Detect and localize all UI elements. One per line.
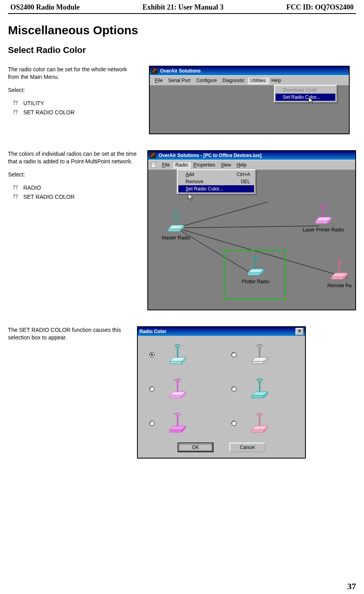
section-title: Select Radio Color [8, 45, 356, 55]
bullet-mark: ?? [13, 184, 18, 192]
color-radio-6[interactable] [231, 421, 237, 426]
menubar[interactable]: File Serial Port Configure Diagnostic Ut… [150, 75, 349, 86]
color-options-grid [147, 342, 296, 435]
radio-color-dialog: Radio Color ✕ [137, 326, 306, 459]
dialog-title: Radio Color [139, 329, 166, 334]
menu-item-remove[interactable]: RemoveDEL [178, 178, 254, 185]
window-titlebar[interactable]: OverAir Solutions [150, 67, 349, 75]
menu-file-2[interactable]: File [159, 161, 172, 169]
radio-icon [244, 254, 268, 278]
close-button[interactable]: ✕ [296, 328, 303, 335]
utilities-dropdown[interactable]: Download Code Set Radio Color... [274, 85, 337, 102]
menu-file[interactable]: File [152, 77, 165, 84]
bullet-mark: ?? [13, 193, 18, 201]
menu-serial-port[interactable]: Serial Port [165, 77, 193, 84]
menu-configure[interactable]: Configure [193, 77, 219, 84]
color-option-6[interactable] [229, 411, 296, 435]
window-title-2: OverAir Solutions - [PC to Office Device… [159, 153, 262, 158]
menu-item-set-radio-color-label: Set Radio Color... [283, 94, 320, 100]
color-option-2[interactable] [229, 342, 296, 366]
header-left: OS2400 Radio Module [10, 3, 80, 12]
window-titlebar-2[interactable]: OverAir Solutions - [PC to Office Device… [148, 151, 355, 160]
section-2-text: The colors of individual radios can be s… [8, 150, 138, 310]
svg-marker-33 [170, 396, 182, 398]
bullet-utility: ?? UTILITY [13, 100, 139, 107]
menu-item-set-radio-color[interactable]: Set Radio Color... [276, 94, 335, 101]
page-number: 37 [347, 581, 356, 592]
color-option-1[interactable] [147, 342, 213, 366]
color-option-4[interactable] [229, 376, 296, 400]
header-rule [8, 13, 356, 14]
node-laser-printer-radio[interactable]: Laser Printer Radio [296, 202, 351, 233]
menu-item-add[interactable]: AddCtrl+A [178, 171, 254, 178]
section-3-text: The SET RADIO COLOR function causes this… [8, 326, 127, 459]
color-radio-5[interactable] [149, 421, 155, 426]
screenshot-2: OverAir Solutions - [PC to Office Device… [147, 150, 356, 310]
radio-icon [164, 376, 192, 400]
node-laser-label: Laser Printer Radio [296, 227, 351, 233]
node-plotter-radio[interactable]: Plotter Radio [232, 254, 280, 284]
bullet-radio: ?? RADIO [13, 184, 138, 192]
menubar-2[interactable]: File Radio Properties View Help [148, 160, 355, 170]
color-radio-4[interactable] [231, 386, 237, 392]
color-option-5[interactable] [147, 411, 213, 435]
bullet-radio-text: RADIO [23, 184, 41, 192]
screenshot-3: Radio Color ✕ [137, 326, 356, 459]
window-title: OverAir Solutions [160, 68, 201, 74]
svg-marker-13 [315, 221, 327, 223]
radio-dropdown[interactable]: AddCtrl+A RemoveDEL Set Radio Color... [177, 169, 256, 194]
radio-icon [246, 342, 274, 366]
bullet-set-radio-color-2-text: SET RADIO COLOR [23, 193, 74, 201]
shortcut-remove: DEL [241, 179, 250, 184]
dialog-titlebar[interactable]: Radio Color ✕ [138, 327, 305, 336]
section-1-text: The radio color can be set for the whole… [8, 66, 139, 134]
bullet-set-radio-color: ?? SET RADIO COLOR [13, 109, 139, 116]
select-label-1: Select: [8, 86, 139, 94]
radio-icon [246, 411, 274, 435]
screenshot-1: OverAir Solutions File Serial Port Confi… [149, 66, 356, 134]
color-radio-2[interactable] [231, 352, 237, 357]
section-2-para: The colors of individual radios can be s… [8, 150, 138, 165]
color-option-3[interactable] [147, 376, 213, 400]
node-remote-radio[interactable]: Remote Ra [327, 258, 359, 288]
color-radio-3[interactable] [149, 386, 155, 392]
node-remote-label: Remote Ra [327, 283, 359, 288]
radio-icon [164, 342, 192, 366]
svg-marker-21 [331, 277, 343, 279]
ok-button[interactable]: OK [178, 443, 213, 452]
menu-item-set-radio-color-2[interactable]: Set Radio Color... [178, 185, 254, 192]
app-icon [150, 152, 156, 159]
bullet-mark: ?? [13, 109, 18, 116]
menu-item-download-code: Download Code [276, 86, 335, 94]
menu-radio[interactable]: Radio [172, 161, 190, 169]
header-right: FCC ID: OQ7OS2400 [286, 3, 354, 12]
page-title: Miscellaneous Options [8, 24, 356, 37]
node-plotter-label: Plotter Radio [232, 279, 280, 284]
menu-properties[interactable]: Properties [191, 161, 218, 169]
node-master-label: Master Radio [152, 235, 200, 241]
svg-marker-45 [252, 430, 264, 432]
section-1-para: The radio color can be set for the whole… [8, 66, 139, 81]
header-center: Exhibit 21: User Manual 3 [143, 3, 224, 12]
menu-diagnostic[interactable]: Diagnostic [219, 77, 247, 84]
svg-marker-17 [248, 273, 260, 275]
menu-view[interactable]: View [218, 161, 234, 169]
svg-marker-9 [168, 229, 180, 231]
svg-marker-25 [170, 361, 182, 364]
section-1: The radio color can be set for the whole… [8, 66, 356, 134]
app-icon [151, 68, 158, 74]
menu-utilities[interactable]: Utilities [247, 77, 268, 84]
radio-icon [246, 376, 274, 400]
radio-icon [311, 202, 335, 226]
radio-icon [327, 258, 351, 282]
node-master-radio[interactable]: Master Radio [152, 210, 200, 241]
menu-help-2[interactable]: Help [234, 161, 249, 169]
bullet-set-radio-color-text: SET RADIO COLOR [23, 109, 74, 116]
shortcut-add: Ctrl+A [237, 172, 250, 177]
bullet-set-radio-color-2: ?? SET RADIO COLOR [13, 193, 138, 201]
svg-marker-37 [252, 396, 264, 398]
color-radio-1[interactable] [149, 352, 155, 357]
svg-marker-29 [252, 361, 264, 364]
cancel-button[interactable]: Cancel [229, 443, 265, 452]
menu-help[interactable]: Help [268, 77, 284, 84]
